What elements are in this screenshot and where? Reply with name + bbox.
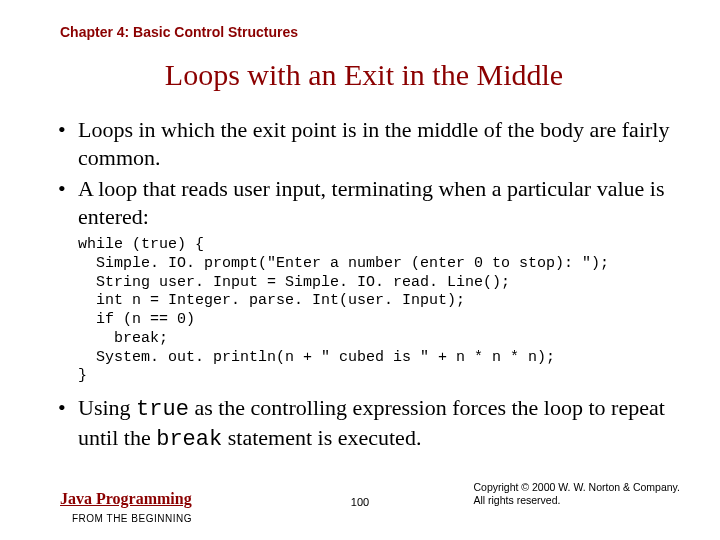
slide: Chapter 4: Basic Control Structures Loop… — [0, 0, 720, 540]
code-block: while (true) { Simple. IO. prompt("Enter… — [78, 236, 670, 386]
bullet-3-post: statement is executed. — [222, 425, 421, 450]
bullet-1: Loops in which the exit point is in the … — [58, 116, 670, 171]
chapter-heading: Chapter 4: Basic Control Structures — [60, 24, 670, 40]
page-number: 100 — [351, 496, 369, 508]
book-subtitle: FROM THE BEGINNING — [72, 513, 192, 524]
bullet-list: Loops in which the exit point is in the … — [58, 116, 670, 230]
copyright-line1: Copyright © 2000 W. W. Norton & Company. — [473, 481, 680, 493]
book-title: Java Programming — [60, 490, 192, 508]
bullet-3-pre: Using — [78, 395, 136, 420]
bullet-3: Using true as the controlling expression… — [58, 394, 670, 453]
bullet-2: A loop that reads user input, terminatin… — [58, 175, 670, 230]
copyright: Copyright © 2000 W. W. Norton & Company.… — [473, 481, 680, 508]
inline-code-break: break — [156, 427, 222, 452]
slide-title: Loops with an Exit in the Middle — [58, 58, 670, 92]
copyright-line2: All rights reserved. — [473, 494, 560, 506]
inline-code-true: true — [136, 397, 189, 422]
bullet-list-2: Using true as the controlling expression… — [58, 394, 670, 453]
